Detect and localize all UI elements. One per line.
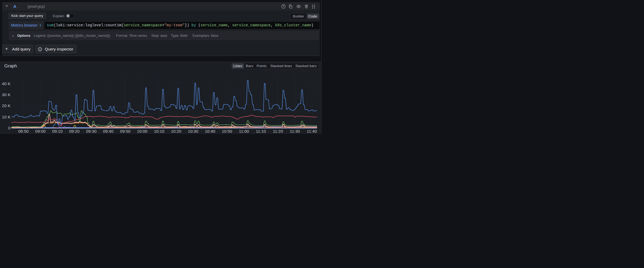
svg-text:20 K: 20 K (2, 103, 11, 108)
svg-text:30 K: 30 K (2, 92, 11, 97)
svg-text:11:40: 11:40 (307, 129, 317, 133)
svg-text:11:00: 11:00 (239, 129, 249, 133)
svg-text:11:30: 11:30 (290, 129, 300, 133)
svg-text:09:30: 09:30 (86, 129, 97, 133)
svg-text:09:10: 09:10 (52, 129, 63, 133)
svg-text:10:40: 10:40 (205, 129, 215, 133)
svg-text:10:50: 10:50 (222, 129, 232, 133)
svg-text:09:00: 09:00 (35, 129, 46, 133)
svg-text:40 K: 40 K (2, 81, 11, 86)
svg-text:10:10: 10:10 (154, 129, 164, 133)
svg-text:11:10: 11:10 (256, 129, 266, 133)
svg-text:09:40: 09:40 (103, 129, 114, 133)
svg-text:09:50: 09:50 (120, 129, 130, 133)
svg-text:11:20: 11:20 (273, 129, 283, 133)
svg-text:09:20: 09:20 (69, 129, 80, 133)
svg-text:0: 0 (8, 126, 10, 130)
svg-text:10:00: 10:00 (137, 129, 147, 133)
svg-text:08:50: 08:50 (18, 129, 29, 133)
svg-text:10:20: 10:20 (171, 129, 181, 133)
svg-text:10:30: 10:30 (188, 129, 198, 133)
svg-text:10 K: 10 K (2, 115, 11, 119)
